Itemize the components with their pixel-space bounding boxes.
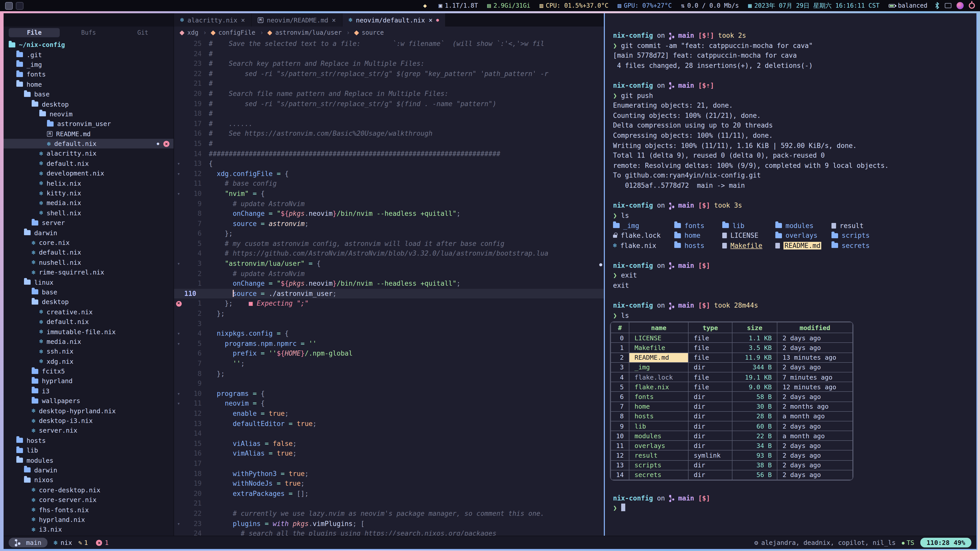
tree-row[interactable]: .git	[3, 50, 173, 60]
code-line[interactable]: 24#	[174, 49, 604, 59]
topbar-stat[interactable]: ▨GPU: 07%+27°C	[617, 2, 672, 9]
code-line[interactable]: 6 prefix = ''${HOME}/.npm-global	[174, 349, 604, 359]
code-line[interactable]: 20# Search file name pattern and Replace…	[174, 89, 604, 99]
fold-column[interactable]: ▾	[174, 519, 183, 529]
topbar-stat[interactable]: ◆	[423, 3, 429, 9]
code-line[interactable]: 5 # my cusotm astronvim config, astronvi…	[174, 239, 604, 249]
tree-row[interactable]: ❄desktop-i3.nix	[3, 416, 173, 426]
tree-row[interactable]: hyprland	[3, 376, 173, 386]
code-line[interactable]: 22# sed -ri "s/pattern_str/replace_str/g…	[174, 69, 604, 79]
tree-row[interactable]: astronvim_user	[3, 119, 173, 129]
statusline-branch[interactable]: main	[9, 538, 48, 548]
tree-row[interactable]: ❄default.nix	[3, 317, 173, 327]
code-line[interactable]: ▾10 programs = {	[174, 389, 604, 399]
topbar-stat[interactable]: ▤2.9Gi/31Gi	[487, 2, 530, 9]
code-line[interactable]: 2 };	[174, 309, 604, 319]
code-line[interactable]: ▾13{	[174, 159, 604, 168]
code-line[interactable]: 16# See https://astronvim.com/Basic%20Us…	[174, 129, 604, 139]
code-line[interactable]: 25# Save the selected text to a file: `:…	[174, 39, 604, 49]
tree-row[interactable]: lib	[3, 445, 173, 455]
code-line[interactable]: 23# Search key pattern and Replace in Mu…	[174, 59, 604, 68]
buffer-tab[interactable]: ❄neovim/default.nix×●	[342, 13, 445, 27]
tree-row[interactable]: ❄kitty.nix	[3, 188, 173, 198]
code-line[interactable]: 21#	[174, 79, 604, 89]
buffer-tab[interactable]: Mneovim/README.md×	[251, 13, 342, 27]
code-line[interactable]: 14	[174, 429, 604, 438]
code-line[interactable]: 8 };	[174, 368, 604, 379]
breadcrumb-item[interactable]: configFile	[211, 29, 256, 36]
tree-row[interactable]: fonts	[3, 69, 173, 79]
code-line[interactable]: 17# ......	[174, 119, 604, 129]
tree-row[interactable]: modules	[3, 455, 173, 465]
code-line[interactable]: 13 defaultEditor = true;	[174, 419, 604, 429]
tree-row[interactable]: ❄immutable-file.nix	[3, 327, 173, 337]
fold-column[interactable]: ▾	[174, 159, 183, 168]
code-line[interactable]: ×1 }; ■ Expecting ";"	[174, 299, 604, 309]
tree-row[interactable]: ~/nix-config	[3, 40, 173, 50]
tree-row[interactable]: ❄default.nix	[3, 248, 173, 257]
code-line[interactable]: ▾23 plugins = with pkgs.vimPlugins; [	[174, 519, 604, 529]
code-line[interactable]: 16 vimAlias = true;	[174, 449, 604, 459]
tree-row[interactable]: ❄server.nix	[3, 426, 173, 435]
fold-column[interactable]: ▾	[174, 259, 183, 268]
display-icon[interactable]	[945, 3, 951, 8]
code-line[interactable]: ▾11 neovim = {	[174, 399, 604, 409]
code-line[interactable]: 6 };	[174, 229, 604, 239]
fold-column[interactable]: ▾	[174, 399, 183, 409]
tree-row[interactable]: base	[3, 287, 173, 297]
tree-row[interactable]: ❄media.nix	[3, 198, 173, 208]
tree-row[interactable]: ❄media.nix	[3, 337, 173, 346]
code-line[interactable]: 3	[174, 319, 604, 329]
fold-column[interactable]: ▾	[174, 339, 183, 349]
topbar-stat[interactable]: ▥CPU: 01.5%+37.0°C	[539, 2, 608, 9]
tree-row[interactable]: home	[3, 79, 173, 89]
code-line[interactable]: 11 # base config	[174, 179, 604, 189]
tree-row[interactable]: MREADME.md	[3, 129, 173, 139]
code-line[interactable]: 12 enable = true;	[174, 409, 604, 419]
tree-row[interactable]: ❄nushell.nix	[3, 257, 173, 267]
tree-row[interactable]: hosts	[3, 435, 173, 445]
tree-row[interactable]: ❄hyprland.nix	[3, 515, 173, 525]
code-line[interactable]: 17	[174, 459, 604, 468]
tree-row[interactable]: ❄i3.nix	[3, 524, 173, 534]
close-icon[interactable]: ×	[332, 16, 336, 24]
tree-row[interactable]: _img	[3, 60, 173, 70]
code-line[interactable]: 8 onChange = "${pkgs.neovim}/bin/nvim --…	[174, 209, 604, 219]
code-line[interactable]: 9	[174, 379, 604, 389]
tree-row[interactable]: ❄development.nix	[3, 168, 173, 178]
tree-row[interactable]: ❄default.nix	[3, 159, 173, 168]
code-line[interactable]: 14######################################…	[174, 149, 604, 159]
topbar-stat[interactable]: ⇅0.0 / 0.0 Mb/s	[681, 2, 739, 9]
avatar[interactable]	[956, 2, 964, 9]
neotree-tab-file[interactable]: File	[9, 28, 60, 37]
tree-row[interactable]: ❄core-server.nix	[3, 495, 173, 505]
code-line[interactable]: 7 '';	[174, 359, 604, 368]
code-line[interactable]: 21	[174, 499, 604, 509]
tree-row[interactable]: ❄fhs-fonts.nix	[3, 505, 173, 515]
tree-row[interactable]: ❄xdg.nix	[3, 356, 173, 366]
buffer-tab[interactable]: ❄alacritty.nix×	[174, 13, 251, 27]
close-icon[interactable]: ×	[428, 16, 433, 24]
bluetooth-icon[interactable]	[935, 2, 940, 9]
tree-row[interactable]: ❄creative.nix	[3, 307, 173, 317]
tree-row[interactable]: nixos	[3, 475, 173, 485]
scrollbar-marker[interactable]	[599, 263, 602, 266]
breadcrumb-item[interactable]: source	[355, 29, 384, 36]
code-line[interactable]: 15 viAlias = false;	[174, 439, 604, 449]
tree-row[interactable]: base	[3, 89, 173, 99]
code-line[interactable]: ▾10 "nvim" = {	[174, 189, 604, 199]
code-line[interactable]: 2 # update AstroNvim	[174, 268, 604, 279]
tree-row[interactable]: ❄rime-squirrel.nix	[3, 267, 173, 277]
tree-row[interactable]: ❄core.nix	[3, 238, 173, 248]
code-line[interactable]: ▾5 programs.npm.npmrc = ''	[174, 339, 604, 349]
code-line[interactable]: ▾4 nixpkgs.config = {	[174, 329, 604, 338]
code-line[interactable]: 22 # currently we use lazy.nvim as neovi…	[174, 509, 604, 519]
tree-row[interactable]: neovim	[3, 109, 173, 119]
tree-row[interactable]: darwin	[3, 228, 173, 238]
tree-row[interactable]: ❄shell.nix	[3, 208, 173, 218]
fold-column[interactable]: ▾	[174, 189, 183, 199]
code-line[interactable]: 7 source = astronvim;	[174, 219, 604, 229]
fold-column[interactable]: ▾	[174, 389, 183, 399]
tree-row[interactable]: ❄desktop-hyprland.nix	[3, 406, 173, 416]
tree-row[interactable]: ❄core-desktop.nix	[3, 485, 173, 495]
